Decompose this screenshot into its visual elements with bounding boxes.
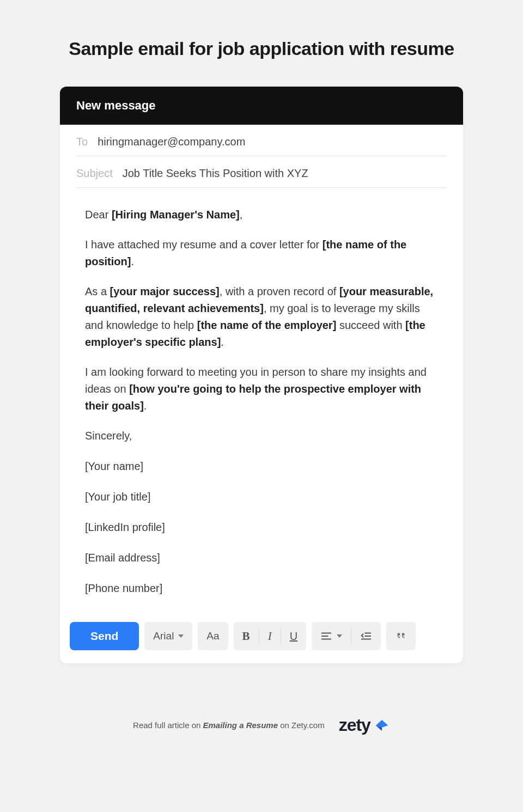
compose-window: New message To Subject Dear [Hiring Mana… [60,87,463,663]
compose-header: New message [60,87,463,125]
to-label: To [76,136,88,148]
text-format-group: B I U [234,622,306,650]
chevron-down-icon [178,634,184,638]
align-button[interactable] [312,622,351,650]
page-title: Sample email for job application with re… [0,0,523,87]
email-body[interactable]: Dear [Hiring Manager's Name], I have att… [60,188,463,613]
bold-button[interactable]: B [234,622,259,650]
subject-label: Subject [76,167,113,180]
font-size-button[interactable]: Aa [198,622,228,650]
to-field-row: To [60,125,463,156]
font-family-button[interactable]: Arial [144,622,192,650]
zety-logo-icon [374,717,390,734]
chevron-down-icon [337,634,342,638]
toolbar: Send Arial Aa B I U [60,613,463,663]
quote-button[interactable] [386,622,416,650]
italic-button[interactable]: I [259,622,281,650]
font-size-button[interactable]: Aa [198,622,228,650]
zety-logo: zety [339,715,390,735]
indent-decrease-icon [360,630,372,642]
signoff: Sincerely, [85,428,438,444]
underline-button[interactable]: U [281,622,306,650]
subject-input[interactable] [123,167,447,180]
blockquote-button[interactable] [386,622,416,650]
subject-field-row: Subject [60,156,463,187]
to-input[interactable] [98,136,447,148]
align-left-icon [320,630,332,642]
align-group [312,622,381,650]
body-paragraph: As a [your major success], with a proven… [85,283,438,351]
footer: Read full article on Emailing a Resume o… [0,715,523,757]
indent-decrease-button[interactable] [351,622,381,650]
signature-block: [Your name] [Your job title] [LinkedIn p… [85,457,438,597]
send-button[interactable]: Send [70,622,139,650]
font-family-selector[interactable]: Arial [144,622,192,650]
body-paragraph: I have attached my resume and a cover le… [85,236,438,270]
greeting-line: Dear [Hiring Manager's Name], [85,206,438,223]
body-paragraph: I am looking forward to meeting you in p… [85,364,438,414]
quote-icon [395,630,407,642]
footer-text: Read full article on Emailing a Resume o… [133,721,325,730]
